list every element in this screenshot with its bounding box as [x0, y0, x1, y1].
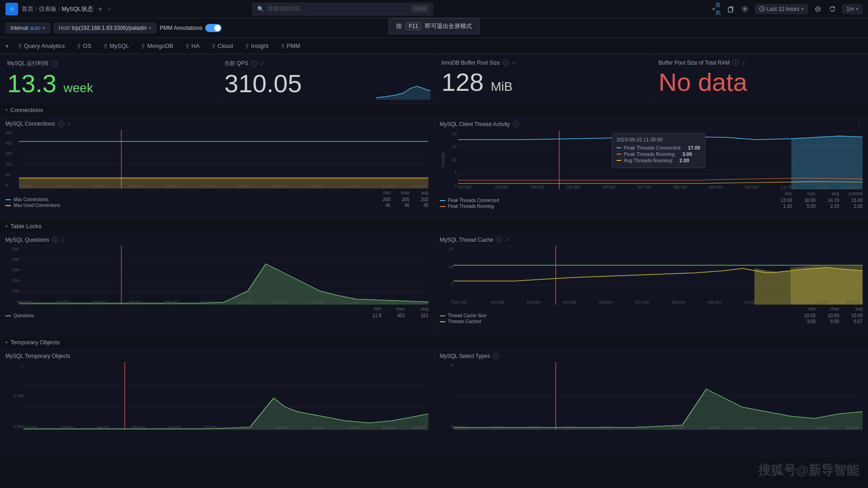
svg-text:12:00: 12:00 [382, 184, 395, 188]
svg-text:04:00: 04:00 [92, 300, 106, 305]
svg-text:03:00: 03:00 [491, 300, 504, 305]
nav-cloud[interactable]: ⣿ Cloud [207, 41, 238, 51]
svg-text:05:00: 05:00 [563, 300, 576, 305]
zoom-out-button[interactable] [813, 5, 822, 14]
svg-text:03:00: 03:00 [57, 184, 70, 188]
star-icon[interactable]: ★ [98, 5, 103, 12]
svg-text:11:00: 11:00 [779, 425, 793, 430]
svg-text:08:00: 08:00 [673, 184, 687, 189]
thread-info[interactable]: i [513, 121, 519, 127]
svg-text:09:00: 09:00 [273, 300, 287, 305]
connections-legend: min max avg Max Connections 200 200 200 … [5, 190, 429, 208]
svg-text:13:00: 13:00 [411, 300, 425, 305]
svg-text:04:00: 04:00 [527, 425, 540, 430]
nav-mysql[interactable]: ⣿ MySQL [99, 41, 134, 51]
cache-info[interactable]: i [496, 237, 502, 243]
svg-text:12:00: 12:00 [816, 184, 830, 189]
refresh-button[interactable] [828, 5, 837, 14]
search-icon: 🔍 [257, 6, 264, 12]
svg-text:13:00: 13:00 [846, 300, 859, 305]
current-qps-title: 当前 QPS i ⤢ [224, 60, 426, 67]
select-types-info[interactable]: i [493, 353, 499, 359]
svg-text:08:00: 08:00 [237, 184, 250, 188]
pmm-annotations-toggle[interactable]: PMM Annotations [160, 24, 222, 32]
nav-pmm[interactable]: ⣿ PMM [276, 41, 306, 51]
copy-button[interactable] [726, 5, 735, 14]
settings-button[interactable] [741, 5, 750, 14]
nav-ha[interactable]: ⣿ HA [180, 41, 205, 51]
mysql-uptime-value: 13.3 week [7, 71, 209, 96]
cloud-icon: ⣿ [212, 43, 215, 48]
tooltip-prefix: 按 [396, 22, 402, 30]
app-logo [5, 3, 18, 15]
toggle-switch[interactable] [205, 24, 222, 32]
qps-link[interactable]: ⤢ [260, 61, 264, 66]
svg-text:07:00: 07:00 [635, 425, 649, 430]
svg-text:12:00: 12:00 [382, 300, 395, 305]
search-bar[interactable]: 🔍 搜索或跳转至... ctrl+k [252, 3, 433, 15]
share-icon[interactable]: ⤢ [107, 5, 112, 12]
questions-link[interactable]: ⤢ [61, 237, 65, 243]
conn-info[interactable]: i [58, 121, 64, 127]
nav-query-analytics[interactable]: ⣿ Query Analytics [13, 41, 70, 51]
connections-chevron: ▾ [5, 108, 8, 113]
host-btn[interactable]: Host tcp(192.168.1.63:3306)/paladin ▾ [54, 23, 156, 33]
top-right-actions: 添加 Last 12 hours ▾ 1m ▾ [712, 4, 863, 14]
host-value: tcp(192.168.1.63:3306)/paladin [71, 25, 146, 31]
add-panel-button[interactable]: 添加 [712, 5, 721, 14]
temp-objects-panels: MySQL Temporary Objects 10.7500.500 02:0… [0, 348, 868, 457]
svg-text:11:00: 11:00 [780, 184, 794, 189]
zoom-interval-selector[interactable]: 1m ▾ [842, 4, 863, 14]
mysql-uptime-info[interactable]: i [51, 61, 57, 67]
svg-text:06:00: 06:00 [165, 184, 178, 188]
svg-text:03:00: 03:00 [61, 425, 74, 429]
legend-threads-cached: Threads Cached 3.00 9.00 6.67 [440, 319, 863, 324]
svg-text:10:00: 10:00 [743, 425, 757, 430]
table-locks-section-header[interactable]: ▾ Table Locks [0, 220, 868, 232]
svg-text:08:00: 08:00 [237, 300, 250, 305]
table-locks-panels: MySQL Questions i ⤢ 5004003002001000 02:… [0, 232, 868, 336]
buffer-pool-info[interactable]: i [732, 60, 739, 66]
svg-text:04:00: 04:00 [92, 184, 106, 188]
svg-text:07:00: 07:00 [203, 425, 217, 429]
nav-insight[interactable]: ⣿ Insight [240, 41, 274, 51]
buffer-pool-link[interactable]: ⤢ [741, 60, 745, 66]
temp-chevron: ▾ [5, 340, 8, 345]
innodb-link[interactable]: ⤢ [512, 60, 516, 66]
collapse-btn[interactable]: ▾ [5, 42, 9, 50]
interval-btn[interactable]: Interval auto ▾ [5, 23, 50, 33]
svg-text:07:00: 07:00 [201, 300, 214, 305]
interval-label: 1m [846, 6, 854, 12]
svg-text:05:00: 05:00 [563, 425, 576, 430]
thread-kebab[interactable]: ⋮ [856, 121, 863, 128]
cache-link[interactable]: ⤢ [505, 237, 509, 243]
time-range-selector[interactable]: Last 12 hours ▾ [755, 4, 808, 14]
innodb-value: 128 MiB [442, 70, 644, 95]
mysql-icon: ⣿ [104, 43, 107, 48]
svg-text:07:00: 07:00 [637, 184, 651, 189]
breadcrumb-dashboard[interactable]: 仪表板 [39, 5, 57, 13]
svg-text:08:00: 08:00 [671, 300, 685, 305]
metrics-row: MySQL 运行时间 i 13.3 week 当前 QPS i ⤢ 310.05… [0, 54, 868, 104]
interval-value: auto [30, 25, 40, 31]
watermark: 搜狐号@新导智能 [758, 462, 859, 479]
svg-text:06:00: 06:00 [165, 300, 178, 305]
select-types-panel: MySQL Select Types i 64 02:00 03:00 04:0… [434, 348, 868, 456]
nav-os[interactable]: ⣿ OS [72, 41, 97, 51]
thread-chart: 20151050 Threads 02:00 [458, 131, 863, 189]
svg-marker-56 [19, 264, 429, 305]
svg-text:09:00: 09:00 [275, 425, 288, 429]
innodb-info[interactable]: i [503, 60, 509, 66]
os-icon: ⣿ [77, 43, 80, 48]
nav-mongodb[interactable]: ⣿ MongoDB [136, 41, 179, 51]
questions-info[interactable]: i [52, 237, 58, 243]
conn-link[interactable]: ⤢ [67, 121, 71, 127]
temp-objects-panel: MySQL Temporary Objects 10.7500.500 02:0… [0, 348, 434, 456]
svg-text:12:00: 12:00 [382, 425, 396, 429]
temp-objects-title: MySQL Temporary Objects [5, 353, 429, 359]
temporary-objects-section-header[interactable]: ▾ Temporary Objects [0, 336, 868, 348]
qps-info[interactable]: i [251, 61, 257, 67]
svg-text:11:00: 11:00 [779, 300, 793, 305]
connections-section-header[interactable]: ▾ Connections [0, 104, 868, 116]
breadcrumb-home[interactable]: 首页 [22, 5, 33, 13]
